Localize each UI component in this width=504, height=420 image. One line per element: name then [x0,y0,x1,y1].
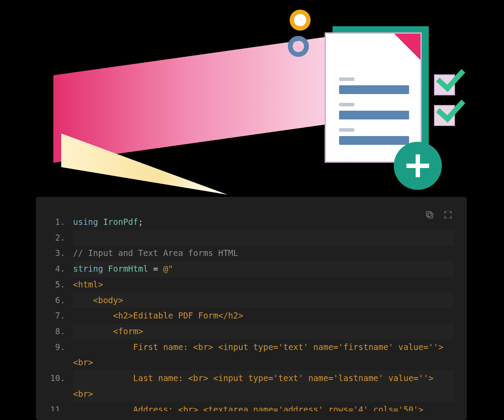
hero-illustration [0,0,504,201]
code-line: 2. [49,230,454,246]
code-line: 1.using IronPdf; [49,214,454,230]
code-line: 5.<html> [49,277,454,293]
code-line: 7. <h2>Editable PDF Form</h2> [49,308,454,324]
doc-line [339,111,409,119]
add-icon [394,142,442,190]
code-toolbar [425,210,453,220]
code-editor: 1.using IronPdf;2. 3.// Input and Text A… [36,197,467,420]
copy-icon[interactable] [425,210,434,220]
blue-ring-icon [288,36,309,57]
line-number: 4. [49,261,73,277]
line-number: 5. [49,277,73,293]
checkbox-2 [434,105,455,126]
line-content: Address: <br> <textarea name='address' r… [73,402,454,411]
doc-stub-line [339,103,354,106]
code-line: 6. <body> [49,293,454,308]
svg-rect-1 [427,212,431,217]
ribbon-fold-shape [61,133,228,195]
ribbon-shape [53,36,333,163]
code-line: 9. First name: <br> <input type='text' n… [49,340,454,371]
code-line: 8. <form> [49,324,454,340]
doc-stub-line [339,128,354,132]
line-number: 2. [49,230,73,246]
orange-ring-icon [290,10,311,31]
line-content: Last name: <br> <input type='text' name=… [73,371,454,402]
check-icon [436,62,466,92]
document-corner [394,34,420,60]
code-line: 4.string FormHtml = @" [49,261,454,277]
line-content: <form> [73,324,454,340]
line-number: 9. [49,340,73,355]
checkbox-1 [434,74,455,95]
code-line: 10. Last name: <br> <input type='text' n… [49,371,454,402]
line-content: // Input and Text Area forms HTML [73,245,454,261]
line-number: 7. [49,308,73,324]
document-front [325,32,422,163]
svg-rect-0 [428,213,433,218]
line-content: <html> [73,277,454,293]
check-icon [436,93,466,123]
line-content: <body> [73,293,454,308]
code-line: 3.// Input and Text Area forms HTML [49,245,454,261]
document-back [332,26,429,158]
code-area[interactable]: 1.using IronPdf;2. 3.// Input and Text A… [49,214,454,411]
line-number: 6. [49,293,73,308]
code-line: 11. Address: <br> <textarea name='addres… [49,402,454,411]
line-content: <h2>Editable PDF Form</h2> [73,308,454,324]
line-number: 8. [49,324,73,340]
line-number: 11. [49,402,73,411]
doc-stub-line [339,77,354,81]
doc-line [339,136,409,145]
line-content: First name: <br> <input type='text' name… [73,340,454,371]
line-content [73,230,454,246]
line-number: 1. [49,214,73,230]
doc-line [339,85,409,94]
fullscreen-icon[interactable] [443,210,453,220]
line-number: 3. [49,245,73,261]
line-number: 10. [49,371,73,386]
line-content: string FormHtml = @" [73,261,454,277]
line-content: using IronPdf; [73,214,454,230]
